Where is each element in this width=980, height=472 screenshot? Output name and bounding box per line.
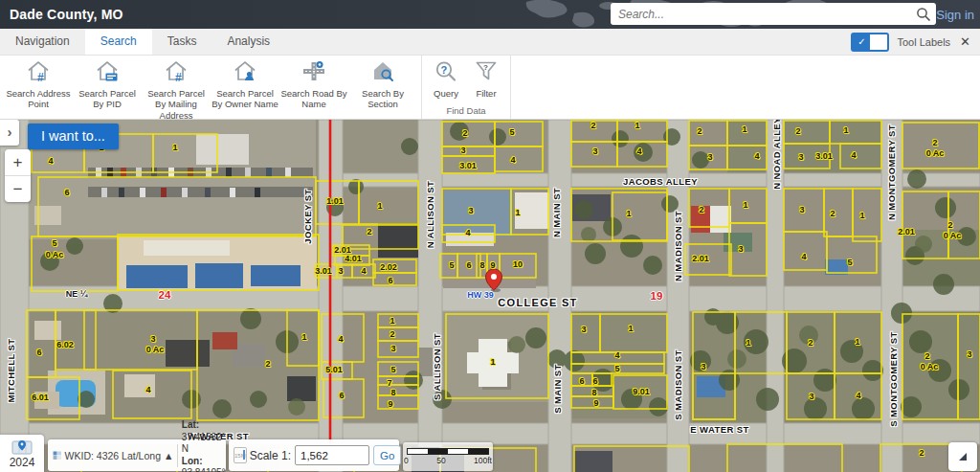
overview-map-icon	[957, 451, 969, 462]
section-icon	[370, 59, 395, 86]
scalebar-panel: 0 50 100ft	[403, 442, 493, 471]
lat-value: 37.41532° N	[182, 432, 226, 455]
gis-application: Dade County, MO Sign in NavigationSearch…	[0, 0, 980, 472]
imagery-year-selector[interactable]: 2024	[0, 435, 44, 472]
query-icon: ?	[434, 59, 458, 86]
ribbon-tab-bar: NavigationSearchTasksAnalysis ✓ Tool Lab…	[0, 29, 980, 56]
road-name-icon	[301, 59, 326, 86]
scalebar-graphic	[407, 448, 489, 455]
global-search-box[interactable]	[611, 3, 936, 25]
aerial-basemap	[0, 120, 980, 472]
svg-text:#: #	[175, 71, 182, 83]
ribbon-button-section[interactable]: Search By Section	[348, 56, 417, 110]
zoom-in-button[interactable]: +	[5, 149, 31, 176]
lon-value: 93.84105° W	[182, 467, 226, 472]
coordinates-panel: WKID: 4326 Lat/Long ▲ Lat:37.41532° N Lo…	[48, 439, 226, 471]
tool-labels-label: Tool Labels	[897, 36, 950, 48]
ribbon-button-label: Search By Section	[348, 88, 417, 110]
mailing-address-icon: #	[164, 59, 189, 86]
basemap-pin-icon	[11, 439, 33, 455]
ribbon-group-search: #Search Address PointSearch Parcel By PI…	[0, 56, 422, 119]
ribbon-button-label: Search Parcel By Mailing Address	[142, 88, 211, 121]
ribbon-button-label: Query	[434, 88, 458, 99]
zoom-out-button[interactable]: −	[5, 176, 31, 202]
imagery-year-value: 2024	[10, 456, 35, 469]
ribbon-group-caption: Find Data	[426, 104, 506, 119]
scalebar-start: 0	[404, 456, 409, 465]
scale-input[interactable]	[295, 445, 369, 465]
scalebar-mid: 50	[436, 456, 445, 465]
tab-search[interactable]: Search	[85, 29, 152, 55]
lon-label: Lon:	[182, 456, 205, 468]
svg-text:?: ?	[441, 64, 448, 76]
coordinate-system-icon	[53, 447, 62, 464]
ribbon-button-label: Search Road By Name	[279, 88, 348, 110]
filter-icon: ?	[474, 59, 499, 86]
ribbon-button-label: Search Parcel By PID	[73, 88, 142, 110]
ribbon-button-query[interactable]: ?Query	[426, 56, 466, 99]
ribbon-button-label: Search Parcel By Owner Name	[211, 88, 279, 110]
ribbon-button-label: Filter	[476, 88, 496, 99]
scalebar-labels: 0 50 100ft	[404, 456, 492, 465]
zoom-control: + −	[5, 149, 31, 202]
ribbon-button-filter[interactable]: ?Filter	[466, 56, 506, 99]
tab-bar-controls: ✓ Tool Labels ✕	[851, 29, 972, 55]
ribbon-toolbar: #Search Address PointSearch Parcel By PI…	[0, 56, 980, 120]
i-want-to-button[interactable]: I want to...	[28, 124, 119, 149]
svg-text:#: #	[37, 71, 44, 83]
ribbon-button-parcel-pid[interactable]: Search Parcel By PID	[73, 56, 142, 110]
parcel-pid-icon	[95, 59, 120, 86]
close-ribbon-icon[interactable]: ✕	[958, 34, 972, 49]
sidebar-expander-button[interactable]: ›	[0, 120, 19, 146]
app-header: Dade County, MO Sign in	[0, 0, 980, 29]
ribbon-group-find-data: ?Query?FilterFind Data	[422, 56, 511, 119]
sign-in-link[interactable]: Sign in	[936, 8, 974, 22]
scale-input-icon: 15M	[234, 447, 247, 463]
toggle-check-icon: ✓	[853, 34, 870, 50]
divider	[177, 444, 178, 467]
owner-name-icon	[233, 59, 257, 86]
scale-go-button[interactable]: Go	[373, 445, 401, 465]
lat-label: Lat:	[182, 419, 205, 432]
scalebar-end: 100ft	[474, 456, 492, 465]
tool-labels-toggle[interactable]: ✓	[851, 33, 889, 52]
ribbon-button-owner-name[interactable]: Search Parcel By Owner Name	[211, 56, 279, 110]
address-point-icon: #	[26, 59, 51, 86]
ribbon-button-mailing-address[interactable]: #Search Parcel By Mailing Address	[142, 56, 211, 121]
ribbon-button-road-name[interactable]: Search Road By Name	[279, 56, 348, 110]
scale-label: Scale 1:	[250, 449, 291, 462]
scale-panel: 15M Scale 1: Go	[229, 439, 399, 471]
app-title: Dade County, MO	[10, 7, 123, 22]
search-icon[interactable]	[911, 7, 936, 22]
global-search-input[interactable]	[611, 8, 911, 21]
svg-text:?: ?	[483, 63, 488, 72]
cursor-coordinates: Lat:37.41532° N Lon:93.84105° W	[182, 419, 226, 472]
wkid-selector[interactable]: WKID: 4326 Lat/Long ▲	[65, 450, 174, 461]
tab-navigation[interactable]: Navigation	[0, 29, 85, 55]
map-viewport[interactable]: MITCHELL STJOCKEY STN ALLISON STS ALLISO…	[0, 120, 980, 472]
tab-strip: NavigationSearchTasksAnalysis	[0, 29, 285, 55]
tab-tasks[interactable]: Tasks	[152, 29, 212, 55]
ribbon-button-label: Search Address Point	[4, 88, 73, 110]
overview-map-button[interactable]	[948, 442, 977, 471]
ribbon-button-address-point[interactable]: #Search Address Point	[4, 56, 73, 110]
tab-analysis[interactable]: Analysis	[212, 29, 285, 55]
